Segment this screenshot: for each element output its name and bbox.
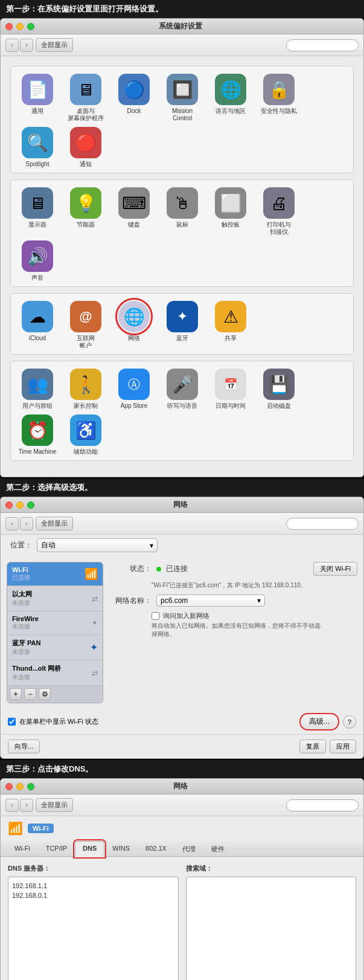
titlebar-step1: 系统偏好设置 <box>1 19 363 34</box>
mouse-icon: 🖱 <box>167 187 198 219</box>
pref-access[interactable]: ♿ 辅助功能 <box>64 414 107 456</box>
all-display-btn-step3[interactable]: 全部显示 <box>36 798 73 812</box>
pref-appstore[interactable]: Ⓐ App Store <box>112 369 156 410</box>
status-row: 状态： 已连接 关闭 Wi-Fi <box>109 562 357 576</box>
step2-header: 第二步：选择高级选项。 <box>0 479 364 497</box>
parental-icon: 🚶 <box>70 369 101 400</box>
sidebar-item-bt-pan[interactable]: 蓝牙 PAN 未连接 ✦ <box>7 635 103 660</box>
pref-date[interactable]: 📅 日期与时间 <box>209 369 252 410</box>
auto-join-checkbox[interactable] <box>152 612 159 620</box>
forward-btn-step1[interactable]: › <box>20 39 33 52</box>
auto-join-row[interactable]: 询问加入新网络 <box>152 611 357 621</box>
help-btn-step2[interactable]: ? <box>343 715 356 729</box>
pref-mission[interactable]: 🔲 MissionControl <box>161 74 204 122</box>
back-btn-step1[interactable]: ‹ <box>5 39 19 52</box>
notif-icon: 🔴 <box>70 127 101 158</box>
bt-label: 蓝牙 <box>176 335 188 342</box>
all-display-btn-step1[interactable]: 全部显示 <box>36 38 73 52</box>
thunder-icon: ⇄ <box>92 669 98 677</box>
wifi-signal-icon: 📶 <box>85 567 98 581</box>
pref-spotlight[interactable]: 🔍 Spotlight <box>16 127 59 168</box>
sidebar-item-ethernet[interactable]: 以太网 未连接 ⇄ <box>7 586 103 611</box>
pref-startup[interactable]: 💾 启动磁盘 <box>257 369 301 410</box>
search-domains-list <box>186 877 357 980</box>
dns-body: DNS 服务器： 192.168.1.1 192.168.0.1 + − IPv… <box>1 857 363 980</box>
step1-header: 第一步：在系统偏好设置里面打开网络设置。 <box>0 0 364 18</box>
tab-proxy[interactable]: 代理 <box>174 841 203 857</box>
back-btn-step3[interactable]: ‹ <box>5 799 19 812</box>
pref-mouse[interactable]: 🖱 鼠标 <box>161 187 204 236</box>
menubar-check-row: 在菜单栏中显示 Wi-Fi 状态 高级... ? <box>1 709 363 734</box>
wifi-status: 已连接 <box>12 573 30 582</box>
general-icon: 📄 <box>22 74 53 105</box>
pref-general[interactable]: 📄 通用 <box>16 74 59 122</box>
pref-network[interactable]: 🌐 网络 <box>112 301 156 349</box>
display-icon: 🖥 <box>22 187 53 219</box>
dns-servers-label: DNS 服务器： <box>8 864 179 873</box>
pref-dictation[interactable]: 🎤 听写与语音 <box>161 369 204 410</box>
parental-label: 家长控制 <box>74 402 98 410</box>
pref-internet[interactable]: @ 互联网帐户 <box>64 301 107 349</box>
sidebar-item-wifi[interactable]: Wi-Fi 已连接 📶 <box>7 563 103 586</box>
status-value: 已连接 <box>166 564 188 574</box>
revert-btn[interactable]: 复原 <box>299 740 326 753</box>
pref-lang[interactable]: 🌐 语言与地区 <box>209 74 252 122</box>
add-network-btn[interactable]: + <box>10 688 22 700</box>
pref-dock[interactable]: 🔵 Dock <box>112 74 156 122</box>
wifi-name: Wi-Fi <box>12 566 30 573</box>
display-label: 显示器 <box>28 221 46 228</box>
network-name-input[interactable]: pc6.com ▾ <box>156 595 265 607</box>
dns-entry-1: 192.168.0.1 <box>12 891 174 900</box>
tab-tcpip[interactable]: TCP/IP <box>38 841 75 857</box>
settings-network-btn[interactable]: ⚙ <box>39 688 51 700</box>
pref-display[interactable]: 🖥 显示器 <box>16 187 59 236</box>
bt-icon: ✦ <box>167 301 198 332</box>
tab-wifi[interactable]: Wi-Fi <box>7 841 38 857</box>
search-input-step3[interactable] <box>286 799 359 811</box>
printer-label: 打印机与扫描仪 <box>267 221 291 236</box>
menubar-check-checkbox[interactable] <box>8 718 16 726</box>
pref-bt[interactable]: ✦ 蓝牙 <box>161 301 204 349</box>
assistant-btn[interactable]: 向导... <box>8 740 40 753</box>
pref-desktop[interactable]: 🖥 桌面与屏幕保护程序 <box>64 74 107 122</box>
forward-btn-step3[interactable]: › <box>20 799 33 812</box>
forward-btn-step2[interactable]: › <box>20 517 33 530</box>
search-input-step1[interactable] <box>286 39 359 51</box>
step1-window: 系统偏好设置 ‹ › 全部显示 📄 通用 🖥 桌面与屏幕保护程序 🔵 Dock <box>0 18 364 477</box>
pref-printer[interactable]: 🖨 打印机与扫描仪 <box>257 187 301 236</box>
remove-network-btn[interactable]: − <box>24 688 36 700</box>
pref-trackpad[interactable]: ⬜ 触控板 <box>209 187 252 236</box>
pref-parental[interactable]: 🚶 家长控制 <box>64 369 107 410</box>
access-label: 辅助功能 <box>74 448 98 456</box>
toolbar-step2: ‹ › 全部显示 <box>1 513 363 535</box>
tab-dns[interactable]: DNS <box>75 841 104 857</box>
back-btn-step2[interactable]: ‹ <box>5 517 19 530</box>
pref-security[interactable]: 🔒 安全性与隐私 <box>257 74 301 122</box>
tab-hardware[interactable]: 硬件 <box>203 841 232 857</box>
auto-join-label: 询问加入新网络 <box>163 611 209 621</box>
pref-share[interactable]: ⚠ 共享 <box>209 301 252 349</box>
pref-keyboard[interactable]: ⌨ 键盘 <box>112 187 156 236</box>
sidebar-item-thunder[interactable]: Thund...olt 网桥 未连接 ⇄ <box>7 660 103 686</box>
tab-wins[interactable]: WINS <box>104 841 138 857</box>
pref-notif[interactable]: 🔴 通知 <box>64 127 107 168</box>
mouse-label: 鼠标 <box>176 221 188 228</box>
location-select[interactable]: 自动 ▾ <box>37 538 158 552</box>
advanced-btn[interactable]: 高级... <box>299 713 339 730</box>
pref-users[interactable]: 👥 用户与群组 <box>16 369 59 410</box>
titlebar-step3: 网络 <box>1 779 363 795</box>
close-wifi-btn[interactable]: 关闭 Wi-Fi <box>313 562 357 576</box>
lang-label: 语言与地区 <box>216 108 246 115</box>
search-input-step2[interactable] <box>286 518 359 530</box>
step2-window: 网络 ‹ › 全部显示 位置： 自动 ▾ Wi-Fi 已连接 � <box>0 497 364 759</box>
pref-sound[interactable]: 🔊 声音 <box>16 240 59 282</box>
sidebar-item-firewire[interactable]: FireWire 未连接 ✦ <box>7 611 103 635</box>
all-display-btn-step2[interactable]: 全部显示 <box>36 517 73 530</box>
pref-energy[interactable]: 💡 节能器 <box>64 187 107 236</box>
apply-btn[interactable]: 应用 <box>330 740 356 753</box>
tab-dot1x[interactable]: 802.1X <box>138 841 174 857</box>
pref-icloud[interactable]: ☁ iCloud <box>16 301 59 349</box>
dns-servers-list: 192.168.1.1 192.168.0.1 <box>8 877 179 980</box>
dock-icon: 🔵 <box>118 74 150 105</box>
pref-timemachine[interactable]: ⏰ Time Machine <box>16 414 59 456</box>
